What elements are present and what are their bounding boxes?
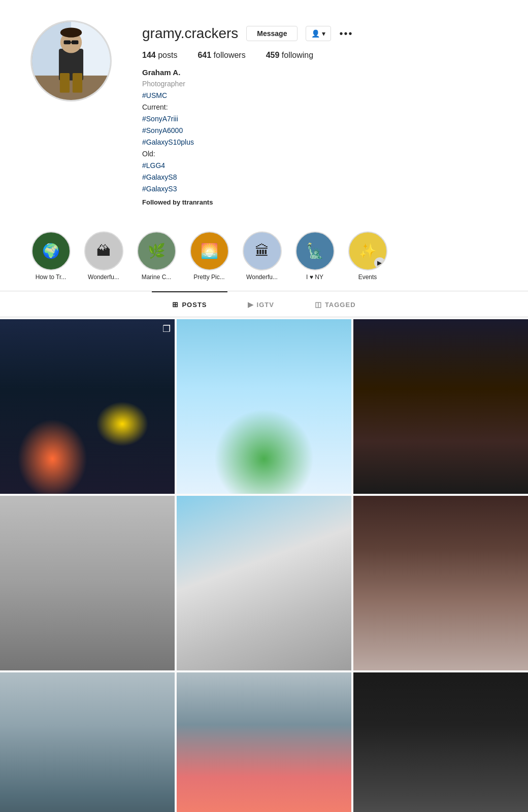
grid-cell-1-1[interactable] (177, 496, 351, 670)
story-label-3: Pretty Pic... (193, 274, 224, 281)
bio-tag-galaxy-s3[interactable]: #GalaxyS3 (142, 184, 498, 194)
svg-point-8 (60, 28, 82, 38)
grid-photo-0-1 (177, 319, 351, 494)
followers-label: followers (214, 51, 246, 59)
following-count: 459 (266, 51, 280, 59)
bio-current-label: Current: (142, 102, 498, 113)
avatar-wrapper (30, 20, 112, 101)
grid-cell-1-2[interactable] (353, 496, 528, 670)
story-label-1: Wonderfu... (88, 274, 119, 281)
tab-posts-icon: ⊞ (172, 300, 179, 309)
grid-cell-0-1[interactable] (177, 319, 351, 494)
story-label-5: I ♥ NY (306, 274, 323, 281)
tab-tagged-label: TAGGED (325, 301, 356, 309)
followed-by: Followed by ttranrants (142, 198, 498, 206)
story-label-6: Events (358, 274, 377, 281)
grid-photo-1-1 (177, 496, 351, 670)
story-label-2: Marine C... (142, 274, 172, 281)
story-item-2[interactable]: 🌿Marine C... (136, 231, 177, 281)
more-options-button[interactable]: ••• (339, 28, 353, 40)
stories-section: 🌍How to Tr...🏔Wonderfu...🌿Marine C...🌅Pr… (0, 221, 528, 291)
multi-photo-icon: ❐ (162, 323, 171, 334)
grid-cell-1-0[interactable] (0, 496, 175, 670)
grid-photo-2-1 (177, 672, 351, 812)
story-item-0[interactable]: 🌍How to Tr... (30, 231, 71, 281)
story-item-4[interactable]: 🏛Wonderfu... (242, 231, 282, 281)
tab-posts-label: POSTS (182, 301, 207, 309)
profile-section: gramy.crackers Message 👤 ▾ ••• 144 posts… (0, 0, 528, 221)
bio-old-label: Old: (142, 149, 498, 159)
grid-row-1 (0, 496, 528, 670)
story-item-3[interactable]: 🌅Pretty Pic... (189, 231, 229, 281)
posts-count: 144 (142, 51, 156, 59)
tab-tagged[interactable]: ◫TAGGED (294, 291, 376, 317)
bio-tag-sony-a6[interactable]: #SonyA6000 (142, 125, 498, 136)
tab-igtv-label: IGTV (257, 301, 274, 309)
follow-dropdown-button[interactable]: 👤 ▾ (306, 26, 331, 41)
message-button[interactable]: Message (246, 26, 298, 41)
stats-row: 144 posts 641 followers 459 following (142, 51, 498, 60)
grid-photo-1-0 (0, 496, 175, 670)
tab-igtv[interactable]: ▶IGTV (227, 291, 294, 317)
svg-rect-10 (73, 73, 82, 93)
svg-rect-5 (64, 41, 71, 45)
profile-top-row: gramy.crackers Message 👤 ▾ ••• (142, 25, 498, 42)
posts-label: posts (158, 51, 177, 59)
username: gramy.crackers (142, 25, 238, 42)
grid-cell-2-0[interactable] (0, 672, 175, 812)
grid-photo-1-2 (353, 496, 528, 670)
following-stat[interactable]: 459 following (266, 51, 313, 60)
person-icon: 👤 (311, 29, 320, 38)
svg-rect-6 (72, 41, 78, 45)
grid-cell-2-1[interactable] (177, 672, 351, 812)
grid-photo-0-0: ❐ (0, 319, 175, 494)
chevron-down-icon: ▾ (322, 29, 325, 38)
display-name: Graham A. (142, 68, 498, 77)
tabs-section: ⊞POSTS▶IGTV◫TAGGED (0, 291, 528, 317)
tab-tagged-icon: ◫ (315, 300, 322, 309)
avatar (30, 20, 112, 101)
tab-posts[interactable]: ⊞POSTS (152, 291, 227, 317)
profile-info: gramy.crackers Message 👤 ▾ ••• 144 posts… (142, 20, 498, 206)
story-item-1[interactable]: 🏔Wonderfu... (83, 231, 124, 281)
bio-tag-lg[interactable]: #LGG4 (142, 160, 498, 171)
bio-tag-galaxy-s8[interactable]: #GalaxyS8 (142, 172, 498, 183)
story-label-0: How to Tr... (36, 274, 67, 281)
tab-igtv-icon: ▶ (248, 300, 254, 309)
followers-count: 641 (197, 51, 211, 59)
grid-section: ❐ (0, 317, 528, 812)
story-item-6[interactable]: ✨▶Events (347, 231, 388, 281)
svg-rect-9 (60, 73, 70, 93)
grid-cell-0-0[interactable]: ❐ (0, 319, 175, 494)
posts-stat[interactable]: 144 posts (142, 51, 177, 60)
story-more-button[interactable]: ▶ (374, 257, 385, 268)
grid-photo-2-2 (353, 672, 528, 812)
bio-tag-usmc[interactable]: #USMC (142, 90, 498, 101)
grid-row-2 (0, 672, 528, 812)
grid-photo-0-2 (353, 319, 528, 494)
grid-row-0: ❐ (0, 319, 528, 494)
grid-cell-0-2[interactable] (353, 319, 528, 494)
grid-photo-2-0 (0, 672, 175, 812)
stories-row: 🌍How to Tr...🏔Wonderfu...🌿Marine C...🌅Pr… (30, 231, 498, 286)
story-item-5[interactable]: 🗽I ♥ NY (294, 231, 335, 281)
following-label: following (282, 51, 313, 59)
bio-tag-galaxy-s10[interactable]: #GalaxyS10plus (142, 137, 498, 148)
story-label-4: Wonderfu... (246, 274, 278, 281)
grid-cell-2-2[interactable] (353, 672, 528, 812)
followers-stat[interactable]: 641 followers (197, 51, 245, 60)
bio-role: Photographer (142, 79, 498, 89)
bio-tag-sony-a7[interactable]: #SonyA7riii (142, 114, 498, 124)
